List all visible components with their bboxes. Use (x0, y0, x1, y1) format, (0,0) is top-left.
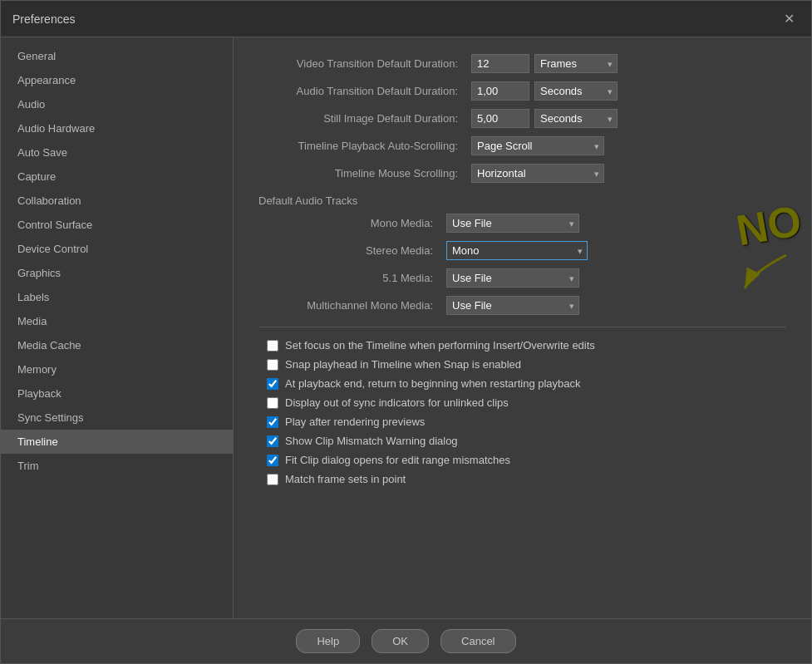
sidebar-item-sync-settings[interactable]: Sync Settings (1, 406, 233, 430)
checkbox-row-snap-playhead: Snap playhead in Timeline when Snap is e… (258, 358, 786, 371)
dialog-body: GeneralAppearanceAudioAudio HardwareAuto… (1, 37, 811, 618)
still-image-input[interactable] (471, 109, 529, 128)
mono-media-row: Mono Media: Use File Mono Stereo (258, 214, 786, 233)
timeline-mouse-label: Timeline Mouse Scrolling: (258, 167, 466, 180)
video-transition-row: Video Transition Default Duration: Frame… (258, 54, 786, 73)
multichannel-media-row: Multichannel Mono Media: Use File Mono S… (258, 296, 786, 315)
fiveone-media-row: 5.1 Media: Use File Mono Stereo 5.1 (258, 268, 786, 288)
stereo-media-wrapper: Use File Mono Stereo (446, 241, 588, 260)
checkbox-row-show-clip-mismatch: Show Clip Mismatch Warning dialog (258, 435, 786, 447)
video-transition-label: Video Transition Default Duration: (258, 57, 466, 70)
checkbox-set-focus[interactable] (267, 340, 278, 352)
mono-media-select[interactable]: Use File Mono Stereo (446, 214, 579, 233)
multichannel-media-label: Multichannel Mono Media: (258, 299, 441, 312)
checkbox-row-at-playback-end: At playback end, return to beginning whe… (258, 377, 786, 390)
video-transition-unit-wrapper: Frames Seconds (534, 54, 618, 73)
sidebar-item-memory[interactable]: Memory (1, 357, 233, 381)
default-audio-tracks-title: Default Audio Tracks (258, 194, 786, 207)
multichannel-media-select[interactable]: Use File Mono Stereo (446, 296, 579, 315)
fiveone-media-wrapper: Use File Mono Stereo 5.1 (446, 268, 579, 288)
preferences-dialog: Preferences ✕ GeneralAppearanceAudioAudi… (0, 0, 812, 664)
checkbox-row-fit-clip-dialog: Fit Clip dialog opens for edit range mis… (258, 454, 786, 466)
sidebar-item-labels[interactable]: Labels (1, 285, 233, 309)
checkbox-fit-clip-dialog[interactable] (267, 455, 278, 466)
checkbox-label-set-focus: Set focus on the Timeline when performin… (285, 339, 595, 352)
checkbox-label-fit-clip-dialog: Fit Clip dialog opens for edit range mis… (285, 454, 510, 466)
checkbox-match-frame-sets[interactable] (267, 474, 278, 485)
checkbox-row-match-frame-sets: Match frame sets in point (258, 473, 786, 485)
fiveone-media-select[interactable]: Use File Mono Stereo 5.1 (446, 268, 579, 288)
timeline-playback-wrapper: Page Scroll Smooth Scroll No Scroll (471, 136, 604, 155)
timeline-playback-row: Timeline Playback Auto-Scrolling: Page S… (258, 136, 786, 155)
sidebar-item-media-cache[interactable]: Media Cache (1, 333, 233, 357)
dialog-title: Preferences (12, 12, 75, 26)
timeline-mouse-row: Timeline Mouse Scrolling: Horizontal Ver… (258, 164, 786, 183)
checkbox-row-play-after-rendering: Play after rendering previews (258, 416, 786, 428)
checkbox-label-play-after-rendering: Play after rendering previews (285, 416, 425, 428)
still-image-unit-wrapper: Frames Seconds (534, 109, 618, 128)
checkbox-show-clip-mismatch[interactable] (267, 435, 278, 447)
sidebar-item-appearance[interactable]: Appearance (1, 68, 233, 92)
sidebar-item-capture[interactable]: Capture (1, 165, 233, 189)
audio-transition-unit-select[interactable]: Frames Seconds (534, 81, 618, 101)
multichannel-media-wrapper: Use File Mono Stereo (446, 296, 579, 315)
separator (258, 327, 786, 327)
title-bar: Preferences ✕ (1, 1, 811, 37)
sidebar-item-playback[interactable]: Playback (1, 381, 233, 406)
audio-transition-unit-wrapper: Frames Seconds (534, 81, 618, 101)
ok-button[interactable]: OK (372, 629, 429, 653)
sidebar-item-auto-save[interactable]: Auto Save (1, 140, 233, 165)
checkboxes-container: Set focus on the Timeline when performin… (258, 339, 786, 485)
checkbox-row-set-focus: Set focus on the Timeline when performin… (258, 339, 786, 352)
cancel-button[interactable]: Cancel (440, 629, 515, 653)
still-image-label: Still Image Default Duration: (258, 112, 466, 125)
checkbox-play-after-rendering[interactable] (267, 416, 278, 428)
sidebar-item-graphics[interactable]: Graphics (1, 261, 233, 285)
sidebar-item-control-surface[interactable]: Control Surface (1, 213, 233, 237)
checkbox-at-playback-end[interactable] (267, 378, 278, 390)
checkbox-label-show-clip-mismatch: Show Clip Mismatch Warning dialog (285, 435, 458, 447)
mono-media-label: Mono Media: (258, 217, 441, 229)
checkbox-label-match-frame-sets: Match frame sets in point (285, 473, 406, 485)
checkbox-label-display-out-of-sync: Display out of sync indicators for unlin… (285, 396, 509, 409)
still-image-unit-select[interactable]: Frames Seconds (534, 109, 618, 128)
timeline-mouse-select[interactable]: Horizontal Vertical (471, 164, 604, 183)
content-area: Video Transition Default Duration: Frame… (234, 37, 811, 618)
sidebar-item-collaboration[interactable]: Collaboration (1, 189, 233, 213)
timeline-playback-label: Timeline Playback Auto-Scrolling: (258, 140, 466, 152)
audio-transition-row: Audio Transition Default Duration: Frame… (258, 81, 786, 101)
checkbox-label-snap-playhead: Snap playhead in Timeline when Snap is e… (285, 358, 521, 371)
mono-media-wrapper: Use File Mono Stereo (446, 214, 579, 233)
help-button[interactable]: Help (296, 629, 360, 653)
fiveone-media-label: 5.1 Media: (258, 272, 441, 284)
still-image-row: Still Image Default Duration: Frames Sec… (258, 109, 786, 128)
stereo-media-label: Stereo Media: (258, 244, 441, 257)
checkbox-snap-playhead[interactable] (267, 359, 278, 371)
sidebar-item-device-control[interactable]: Device Control (1, 237, 233, 261)
sidebar-item-media[interactable]: Media (1, 309, 233, 333)
sidebar-item-audio-hardware[interactable]: Audio Hardware (1, 116, 233, 140)
timeline-playback-select[interactable]: Page Scroll Smooth Scroll No Scroll (471, 136, 604, 155)
sidebar-item-trim[interactable]: Trim (1, 454, 233, 478)
checkbox-row-display-out-of-sync: Display out of sync indicators for unlin… (258, 396, 786, 409)
close-button[interactable]: ✕ (779, 9, 800, 28)
dialog-footer: Help OK Cancel (1, 618, 811, 663)
stereo-media-select[interactable]: Use File Mono Stereo (446, 241, 588, 260)
sidebar: GeneralAppearanceAudioAudio HardwareAuto… (1, 37, 234, 618)
stereo-media-row: Stereo Media: Use File Mono Stereo (258, 241, 786, 260)
sidebar-item-timeline[interactable]: Timeline (1, 430, 233, 454)
video-transition-unit-select[interactable]: Frames Seconds (534, 54, 618, 73)
audio-transition-label: Audio Transition Default Duration: (258, 85, 466, 97)
timeline-mouse-wrapper: Horizontal Vertical (471, 164, 604, 183)
audio-transition-input[interactable] (471, 81, 529, 101)
checkbox-label-at-playback-end: At playback end, return to beginning whe… (285, 377, 581, 390)
sidebar-item-audio[interactable]: Audio (1, 92, 233, 116)
video-transition-input[interactable] (471, 54, 529, 73)
sidebar-item-general[interactable]: General (1, 44, 233, 68)
checkbox-display-out-of-sync[interactable] (267, 397, 278, 409)
